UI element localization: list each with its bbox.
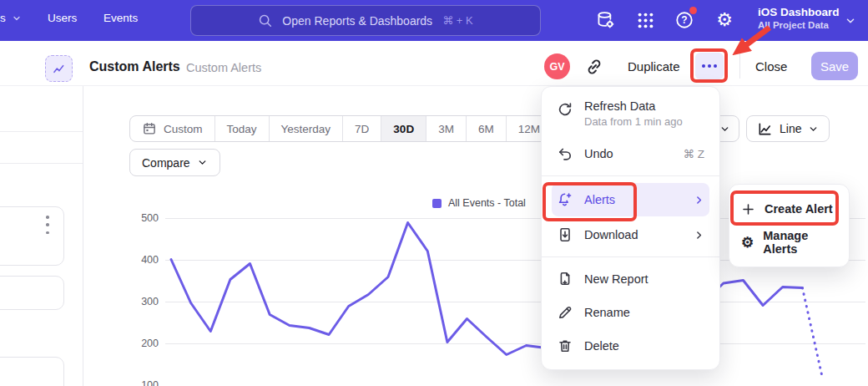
- copy-link-button[interactable]: [584, 57, 604, 77]
- breadcrumb: Custom Alerts: [186, 61, 261, 74]
- menu-item-alerts[interactable]: Alerts: [542, 181, 719, 218]
- project-name: iOS Dashboard: [758, 6, 840, 18]
- sidebar-card[interactable]: [0, 206, 64, 266]
- menu-item-label: Rename: [584, 306, 630, 319]
- undo-shortcut: ⌘ Z: [684, 147, 705, 160]
- sidebar-row-divider: [0, 131, 83, 132]
- kebab-menu-icon[interactable]: [42, 216, 53, 234]
- header-divider: [739, 53, 740, 79]
- more-options-icon: [702, 64, 705, 68]
- menu-item-label: Alerts: [584, 193, 615, 206]
- project-scope: All Project Data: [758, 20, 840, 30]
- menu-item-label: Delete: [584, 339, 619, 353]
- menu-item-refresh-data[interactable]: Refresh Data Data from 1 min ago: [542, 94, 719, 137]
- link-icon: [584, 57, 604, 77]
- trash-icon: [557, 338, 573, 354]
- menu-item-delete[interactable]: Delete: [542, 329, 719, 363]
- settings-gear-icon[interactable]: ⚙: [713, 8, 736, 32]
- chevron-right-icon: [694, 230, 704, 241]
- menu-divider: [542, 175, 719, 176]
- close-button[interactable]: Close: [755, 59, 787, 74]
- menu-item-download[interactable]: Download: [542, 218, 719, 251]
- menu-item-new-report[interactable]: New Report: [542, 262, 719, 296]
- menu-item-label: Undo: [584, 147, 613, 160]
- search-input[interactable]: Open Reports & Dashboards ⌘ + K: [190, 5, 541, 36]
- apps-grid-icon[interactable]: [633, 8, 657, 32]
- chevron-down-icon: [845, 15, 856, 27]
- notification-dot: [689, 7, 697, 14]
- refresh-status-text: Data from 1 min ago: [584, 115, 683, 128]
- nav-item-users[interactable]: Users: [48, 12, 77, 24]
- bell-plus-icon: [557, 191, 573, 208]
- download-icon: [557, 226, 573, 243]
- menu-divider: [542, 256, 719, 257]
- submenu-item-create-alert[interactable]: Create Alert: [729, 192, 849, 226]
- chart-line-dotted-segment: [802, 288, 822, 377]
- svg-text:?: ?: [681, 14, 687, 26]
- search-icon: [258, 13, 272, 28]
- nav-item-events[interactable]: Events: [103, 12, 138, 24]
- save-button[interactable]: Save: [811, 52, 858, 80]
- more-options-menu: Refresh Data Data from 1 min ago Undo ⌘ …: [541, 86, 720, 370]
- nav-item-truncated[interactable]: s: [0, 12, 22, 24]
- pencil-icon: [557, 304, 573, 321]
- page-title: Custom Alerts: [89, 59, 180, 74]
- help-icon[interactable]: ?: [673, 8, 696, 32]
- submenu-item-label: Manage Alerts: [763, 229, 837, 256]
- sidebar-row-divider: [0, 163, 83, 164]
- top-navigation-bar: s Users Events Open Reports & Dashboards…: [0, 0, 868, 41]
- gear-icon: ⚙: [741, 236, 754, 250]
- refresh-icon: [557, 101, 573, 118]
- menu-item-rename[interactable]: Rename: [542, 296, 719, 329]
- sidebar-card[interactable]: [0, 276, 64, 310]
- avatar[interactable]: GV: [544, 53, 570, 79]
- submenu-item-label: Create Alert: [765, 202, 833, 216]
- search-placeholder: Open Reports & Dashboards: [282, 14, 432, 28]
- project-switcher[interactable]: iOS Dashboard All Project Data: [758, 6, 840, 30]
- chevron-right-icon: [694, 195, 704, 206]
- document-plus-icon: [557, 271, 573, 287]
- search-shortcut: ⌘ + K: [442, 14, 473, 27]
- menu-item-undo[interactable]: Undo ⌘ Z: [542, 137, 719, 170]
- menu-item-label: New Report: [584, 272, 648, 286]
- undo-icon: [557, 145, 573, 162]
- plus-icon: [741, 202, 755, 216]
- menu-item-label: Download: [584, 228, 638, 241]
- app-window: 500400300200100 All Events - Total Custo…: [0, 0, 868, 386]
- chevron-down-icon: [12, 13, 22, 23]
- submenu-item-manage-alerts[interactable]: ⚙ Manage Alerts: [729, 226, 849, 259]
- alerts-submenu: Create Alert ⚙ Manage Alerts: [729, 184, 850, 267]
- sidebar-card[interactable]: [0, 357, 64, 386]
- duplicate-button[interactable]: Duplicate: [628, 59, 680, 74]
- report-type-icon: [45, 55, 73, 82]
- more-options-button[interactable]: [695, 53, 724, 79]
- data-gear-icon[interactable]: [593, 8, 617, 32]
- mini-line-chart-icon: [52, 62, 66, 76]
- menu-item-label: Refresh Data: [584, 99, 683, 113]
